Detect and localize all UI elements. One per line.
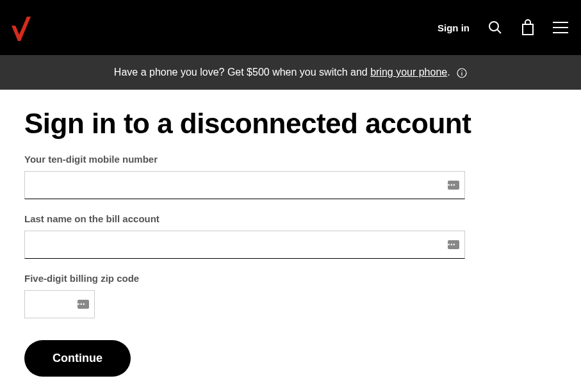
svg-point-7 [461,70,462,71]
mobile-number-input[interactable] [25,172,464,199]
info-icon[interactable] [457,68,467,78]
verizon-logo[interactable] [8,13,35,47]
promo-link[interactable]: bring your phone [370,67,447,78]
mobile-number-label: Your ten-digit mobile number [24,154,465,165]
svg-line-1 [497,29,501,33]
page-title: Sign in to a disconnected account [24,108,557,140]
menu-icon[interactable] [553,22,568,33]
zip-input-wrap: ••• [24,290,95,318]
site-header: Sign in [0,0,581,55]
autofill-icon: ••• [78,300,89,309]
shopping-bag-icon[interactable] [521,19,535,36]
zip-group: Five-digit billing zip code ••• [24,273,95,318]
continue-button[interactable]: Continue [24,340,131,377]
autofill-icon: ••• [448,240,459,249]
lastname-label: Last name on the bill account [24,213,465,224]
mobile-number-input-wrap: ••• [24,171,465,199]
lastname-group: Last name on the bill account ••• [24,213,465,259]
svg-point-0 [489,22,498,31]
autofill-icon: ••• [448,181,459,190]
promo-banner: Have a phone you love? Get $500 when you… [0,55,581,90]
promo-text-before: Have a phone you love? Get $500 when you… [114,67,370,78]
main-content: Sign in to a disconnected account Your t… [0,90,581,392]
promo-text-after: . [447,67,450,78]
zip-label: Five-digit billing zip code [24,273,95,284]
lastname-input-wrap: ••• [24,231,465,259]
search-icon[interactable] [487,20,503,35]
lastname-input[interactable] [25,231,464,258]
sign-in-link[interactable]: Sign in [438,22,470,33]
header-right: Sign in [438,19,568,36]
mobile-number-group: Your ten-digit mobile number ••• [24,154,465,199]
